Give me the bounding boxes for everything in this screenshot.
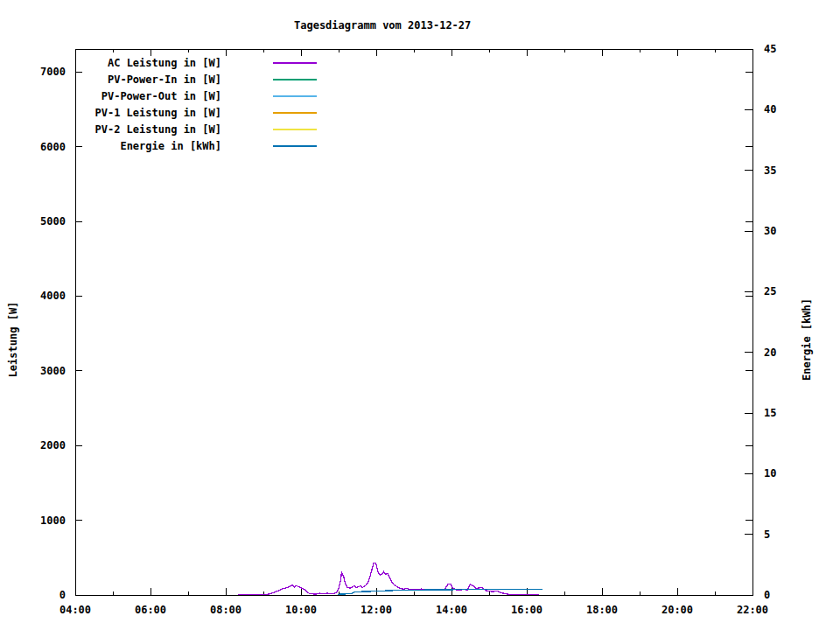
x-tick-label: 22:00 xyxy=(737,604,768,616)
legend-item-pv2-leistung: PV-2 Leistung in [W] xyxy=(75,121,364,137)
y-right-tick-label: 5 xyxy=(764,528,770,541)
y-right-tick-label: 0 xyxy=(764,589,770,601)
x-tick-label: 18:00 xyxy=(586,604,618,616)
y-axis-right-label: Energie [kWh] xyxy=(801,298,813,381)
legend-item-ac-leistung: AC Leistung in [W] xyxy=(75,54,364,71)
legend-label: PV-1 Leistung in [W] xyxy=(75,107,221,119)
y-right-tick-label: 15 xyxy=(764,407,776,419)
x-tick-label: 06:00 xyxy=(135,604,166,616)
legend-label: PV-2 Leistung in [W] xyxy=(75,123,221,136)
legend-item-energie: Energie in [kWh] xyxy=(75,137,364,154)
x-tick-label: 04:00 xyxy=(60,604,91,616)
y-left-tick-label: 3000 xyxy=(40,365,66,377)
y-left-tick-label: 7000 xyxy=(40,66,66,78)
y-left-tick-label: 2000 xyxy=(40,439,66,452)
legend-label: PV-Power-In in [W] xyxy=(75,74,221,86)
legend-color-line xyxy=(273,79,317,80)
y-axis-left-label: Leistung [W] xyxy=(7,302,19,378)
y-right-tick-label: 40 xyxy=(764,103,776,116)
x-tick-label: 20:00 xyxy=(662,604,693,616)
y-right-tick-label: 25 xyxy=(764,285,776,298)
y-left-tick-label: 4000 xyxy=(40,290,66,302)
y-left-tick-label: 1000 xyxy=(40,514,66,527)
chart-legend: AC Leistung in [W] PV-Power-In in [W] PV… xyxy=(75,54,364,154)
x-tick-label: 14:00 xyxy=(436,604,467,616)
y-right-tick-label: 30 xyxy=(764,225,776,237)
y-right-tick-label: 20 xyxy=(764,346,776,359)
legend-color-line xyxy=(273,62,317,64)
page-root: { "chart_data": { "type": "line", "title… xyxy=(0,0,840,630)
legend-item-pv1-leistung: PV-1 Leistung in [W] xyxy=(75,104,364,121)
x-tick-label: 12:00 xyxy=(360,604,392,616)
x-tick-label: 16:00 xyxy=(511,604,542,616)
y-right-tick-label: 10 xyxy=(764,467,776,480)
x-tick-label: 10:00 xyxy=(285,604,317,616)
legend-label: PV-Power-Out in [W] xyxy=(75,90,221,102)
chart-title: Tagesdiagramm vom 2013-12-27 xyxy=(294,19,469,32)
legend-color-line xyxy=(273,95,317,97)
legend-item-pv-power-in: PV-Power-In in [W] xyxy=(75,71,364,88)
y-left-tick-label: 5000 xyxy=(40,215,66,228)
legend-item-pv-power-out: PV-Power-Out in [W] xyxy=(75,88,364,104)
y-left-tick-label: 6000 xyxy=(40,141,66,153)
x-tick-label: 08:00 xyxy=(210,604,242,616)
legend-color-line xyxy=(273,145,317,147)
legend-color-line xyxy=(273,129,317,130)
legend-color-line xyxy=(273,112,317,114)
y-left-tick-label: 0 xyxy=(60,589,66,601)
legend-label: Energie in [kWh] xyxy=(75,140,221,152)
legend-label: AC Leistung in [W] xyxy=(75,57,221,69)
y-right-tick-label: 35 xyxy=(764,164,776,177)
y-right-tick-label: 45 xyxy=(764,43,776,55)
